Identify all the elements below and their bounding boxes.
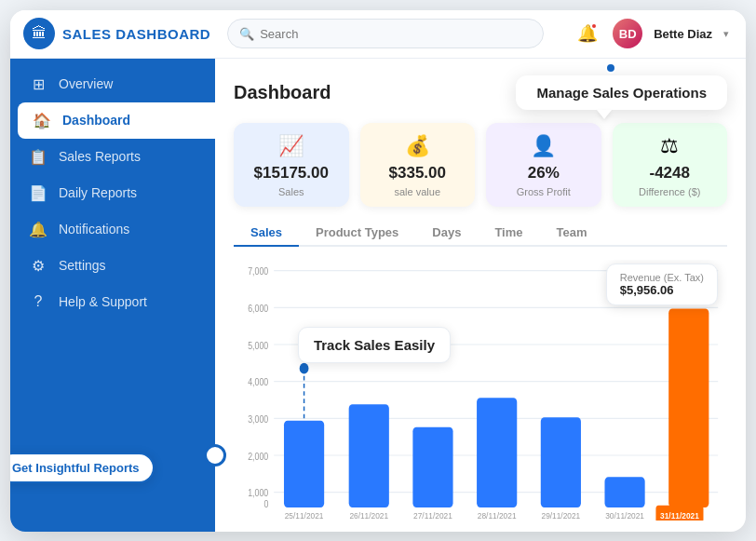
sidebar-label-help: Help & Support <box>59 294 147 309</box>
search-input[interactable] <box>260 27 532 41</box>
kpi-gross-profit-value: 26% <box>528 164 560 183</box>
svg-text:3,000: 3,000 <box>248 413 269 425</box>
gross-profit-icon: 👤 <box>531 134 556 158</box>
tab-product-types[interactable]: Product Types <box>299 220 415 247</box>
sidebar-label-daily-reports: Daily Reports <box>59 185 137 200</box>
tab-days[interactable]: Days <box>415 220 478 247</box>
bar-3 <box>477 398 517 507</box>
app-title: SALES DASHBOARD <box>62 26 210 42</box>
sidebar-label-overview: Overview <box>59 76 113 91</box>
bar-chart: 7,000 6,000 5,000 4,000 3,000 2,000 1,00… <box>234 260 727 521</box>
bar-1 <box>349 404 389 507</box>
kpi-card-gross-profit: 👤 26% Gross Profit <box>486 123 601 207</box>
sale-value-icon: 💰 <box>405 134 430 158</box>
logo: 🏛 SALES DASHBOARD <box>23 18 210 49</box>
topbar-right: 🔔 BD Bette Diaz ▾ <box>574 19 729 48</box>
search-icon: 🔍 <box>239 27 254 41</box>
sidebar-item-help[interactable]: ? Help & Support <box>10 284 215 319</box>
bar-2 <box>412 426 452 507</box>
bar-0 <box>284 420 324 507</box>
notifications-icon: 🔔 <box>29 221 47 238</box>
svg-text:0: 0 <box>263 498 268 509</box>
content-header: Dashboard Manage Sales Operations <box>234 75 727 110</box>
svg-text:28/11/2021: 28/11/2021 <box>478 510 517 521</box>
insight-badge[interactable]: Get Insightful Reports <box>10 453 155 483</box>
daily-reports-icon: 📄 <box>29 184 47 202</box>
sidebar-item-notifications[interactable]: 🔔 Notifications <box>10 211 215 248</box>
sidebar-item-dashboard[interactable]: 🏠 Dashboard <box>18 102 215 139</box>
bar-6-highlight <box>668 308 709 507</box>
svg-text:29/11/2021: 29/11/2021 <box>542 510 581 521</box>
kpi-card-sales: 📈 $15175.00 Sales <box>234 123 349 207</box>
svg-text:2,000: 2,000 <box>248 450 269 461</box>
sidebar-item-overview[interactable]: ⊞ Overview <box>10 66 215 102</box>
chevron-down-icon[interactable]: ▾ <box>723 28 729 40</box>
svg-text:5,000: 5,000 <box>248 339 269 350</box>
sidebar-label-dashboard: Dashboard <box>62 113 130 128</box>
topbar: 🏛 SALES DASHBOARD 🔍 🔔 BD Bette Diaz ▾ <box>10 10 746 59</box>
dashboard-icon: 🏠 <box>33 112 51 129</box>
app-window: 🏛 SALES DASHBOARD 🔍 🔔 BD Bette Diaz ▾ ⊞ … <box>10 10 746 532</box>
bar-5 <box>604 477 644 507</box>
svg-text:6,000: 6,000 <box>248 303 269 314</box>
search-bar[interactable]: 🔍 <box>227 19 544 48</box>
kpi-difference-label: Difference ($) <box>639 186 700 197</box>
difference-icon: ⚖ <box>660 134 679 158</box>
kpi-sale-value-label: sale value <box>394 186 440 197</box>
chart-area: 7,000 6,000 5,000 4,000 3,000 2,000 1,00… <box>234 260 727 521</box>
tab-team[interactable]: Team <box>540 220 604 247</box>
svg-text:1,000: 1,000 <box>248 487 269 498</box>
kpi-sales-label: Sales <box>278 186 304 197</box>
tooltip-dot <box>605 62 616 74</box>
user-name: Bette Diaz <box>654 27 712 41</box>
svg-text:27/11/2021: 27/11/2021 <box>413 510 452 521</box>
sidebar-label-settings: Settings <box>59 258 106 273</box>
tab-sales[interactable]: Sales <box>234 220 299 247</box>
sidebar: ⊞ Overview 🏠 Dashboard 📋 Sales Reports 📄… <box>10 59 215 532</box>
kpi-difference-value: -4248 <box>650 164 690 183</box>
logo-icon: 🏛 <box>23 18 55 49</box>
main-content: Dashboard Manage Sales Operations 📈 $151… <box>215 59 746 532</box>
sales-kpi-icon: 📈 <box>278 134 304 158</box>
kpi-row: 📈 $15175.00 Sales 💰 $335.00 sale value 👤… <box>234 123 727 207</box>
sidebar-item-settings[interactable]: ⚙ Settings <box>10 248 215 284</box>
kpi-sale-value-value: $335.00 <box>389 164 446 183</box>
avatar: BD <box>613 19 642 48</box>
kpi-card-difference: ⚖ -4248 Difference ($) <box>613 123 728 207</box>
sidebar-label-notifications: Notifications <box>59 222 129 237</box>
chart-dot <box>300 362 309 373</box>
overview-icon: ⊞ <box>29 75 47 93</box>
kpi-card-sale-value: 💰 $335.00 sale value <box>360 123 476 207</box>
page-title: Dashboard <box>234 82 331 103</box>
svg-text:30/11/2021: 30/11/2021 <box>605 510 644 521</box>
settings-icon: ⚙ <box>29 257 47 275</box>
help-icon: ? <box>29 293 47 310</box>
insight-circle <box>204 444 226 467</box>
svg-text:26/11/2021: 26/11/2021 <box>349 510 388 521</box>
main-layout: ⊞ Overview 🏠 Dashboard 📋 Sales Reports 📄… <box>10 59 746 532</box>
svg-text:31/11/2021: 31/11/2021 <box>660 510 699 521</box>
kpi-sales-value: $15175.00 <box>254 164 329 183</box>
svg-text:7,000: 7,000 <box>248 265 269 277</box>
tabs-row: Sales Product Types Days Time Team <box>234 220 727 247</box>
sidebar-item-daily-reports[interactable]: 📄 Daily Reports <box>10 175 215 211</box>
tab-time[interactable]: Time <box>478 220 539 247</box>
svg-text:25/11/2021: 25/11/2021 <box>285 510 324 521</box>
sidebar-label-sales-reports: Sales Reports <box>59 149 141 164</box>
notification-button[interactable]: 🔔 <box>574 20 601 47</box>
sidebar-item-sales-reports[interactable]: 📋 Sales Reports <box>10 139 215 175</box>
svg-text:4,000: 4,000 <box>248 376 269 387</box>
manage-tooltip-text: Manage Sales Operations <box>536 85 707 101</box>
bar-4 <box>541 417 581 507</box>
kpi-gross-profit-label: Gross Profit <box>517 186 571 197</box>
sales-reports-icon: 📋 <box>29 148 47 166</box>
manage-tooltip: Manage Sales Operations <box>516 75 727 110</box>
